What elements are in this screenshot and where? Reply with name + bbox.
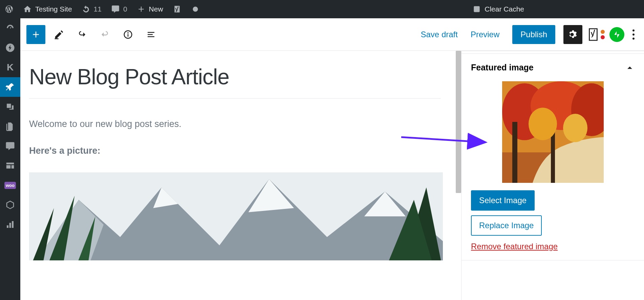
bars-icon <box>5 219 15 230</box>
select-image-button[interactable]: Select Image <box>471 190 535 211</box>
cache-icon <box>472 5 481 14</box>
nav-pages[interactable] <box>0 116 20 136</box>
redo-icon <box>100 29 110 40</box>
info-button[interactable] <box>119 25 137 44</box>
svg-rect-23 <box>512 122 517 183</box>
comments-icon <box>5 141 15 151</box>
featured-image-toggle[interactable]: Featured image <box>471 63 635 72</box>
preview-button[interactable]: Preview <box>471 30 499 39</box>
updates[interactable]: 11 <box>77 0 106 18</box>
mountain-illustration <box>29 172 443 260</box>
site-link[interactable]: Testing Site <box>18 0 77 18</box>
nav-products[interactable] <box>0 195 20 215</box>
yoast-y-icon <box>587 28 599 41</box>
post-picture-caption[interactable]: Here's a picture: <box>29 146 454 156</box>
form-icon <box>5 160 15 171</box>
redo-button[interactable] <box>95 25 114 44</box>
new-content[interactable]: New <box>132 0 168 18</box>
plus-icon <box>137 5 146 14</box>
canvas-scrollbar[interactable] <box>456 51 461 300</box>
yoast-dot-orange <box>601 30 605 34</box>
box-icon <box>5 200 15 210</box>
yoast-adminbar[interactable] <box>168 0 186 18</box>
settings-sidebar: Featured image Select Image Replace Imag… <box>461 51 644 300</box>
circle-icon <box>191 5 200 14</box>
comments-count: 0 <box>123 5 127 13</box>
refresh-icon <box>82 5 90 14</box>
nav-amp[interactable] <box>0 38 20 58</box>
svg-point-5 <box>127 32 129 34</box>
comment-icon <box>111 5 120 14</box>
featured-image-panel: Featured image Select Image Replace Imag… <box>461 54 644 260</box>
more-menu[interactable] <box>629 29 638 40</box>
editor-canvas[interactable]: New Blog Post Article Welcome to our new… <box>20 51 461 300</box>
pages-icon <box>5 121 15 131</box>
publish-button[interactable]: Publish <box>512 25 555 44</box>
wordpress-icon <box>5 5 14 14</box>
add-block-button[interactable] <box>26 25 45 44</box>
nav-dashboard[interactable] <box>0 18 20 38</box>
home-icon <box>23 5 32 14</box>
media-icon <box>5 102 15 112</box>
editor-header: Save draft Preview Publish <box>20 18 644 51</box>
nav-forms[interactable] <box>0 156 20 175</box>
featured-image-thumbnail[interactable] <box>502 81 604 183</box>
yoast-icon <box>173 5 181 14</box>
amp-icon <box>5 43 15 53</box>
nav-media[interactable] <box>0 97 20 116</box>
gear-icon <box>568 29 578 40</box>
svg-point-0 <box>193 6 198 12</box>
pencil-icon <box>54 29 64 40</box>
plus-icon <box>31 29 41 40</box>
nav-kinsta[interactable]: K <box>0 58 20 77</box>
nav-comments[interactable] <box>0 136 20 156</box>
nav-analytics[interactable] <box>0 215 20 234</box>
yoast-button[interactable] <box>587 28 605 41</box>
edit-mode-button[interactable] <box>49 25 68 44</box>
undo-icon <box>77 29 87 40</box>
outline-button[interactable] <box>142 25 160 44</box>
svg-rect-6 <box>128 34 129 37</box>
admin-sidebar: K woo <box>0 18 20 300</box>
post-image[interactable] <box>29 172 443 260</box>
svg-point-26 <box>563 114 587 142</box>
updates-count: 11 <box>94 5 102 13</box>
post-title[interactable]: New Blog Post Article <box>29 64 441 99</box>
pin-icon <box>5 82 15 92</box>
save-draft-button[interactable]: Save draft <box>421 30 458 39</box>
clear-cache-label: Clear Cache <box>485 5 524 13</box>
woo-icon: woo <box>4 182 16 189</box>
new-label: New <box>149 5 163 13</box>
status-dot[interactable] <box>186 0 205 18</box>
nav-woocommerce[interactable]: woo <box>0 175 20 195</box>
svg-rect-3 <box>55 38 59 39</box>
dashboard-icon <box>5 23 15 33</box>
outline-icon <box>146 29 156 40</box>
svg-point-25 <box>529 108 557 140</box>
nav-posts[interactable] <box>0 77 20 97</box>
jetpack-button[interactable] <box>609 27 624 42</box>
comments[interactable]: 0 <box>106 0 132 18</box>
remove-featured-image-link[interactable]: Remove featured image <box>471 242 558 251</box>
chevron-up-icon <box>625 63 635 72</box>
wp-logo[interactable] <box>0 0 18 18</box>
yoast-dot-red <box>601 35 605 39</box>
undo-button[interactable] <box>72 25 91 44</box>
settings-button[interactable] <box>563 25 582 44</box>
svg-rect-1 <box>474 6 480 12</box>
replace-image-button[interactable]: Replace Image <box>471 215 542 236</box>
wp-admin-bar: Testing Site 11 0 New Clear Cache <box>0 0 644 18</box>
k-letter-icon: K <box>7 62 14 73</box>
featured-image-heading: Featured image <box>471 63 534 72</box>
jetpack-icon <box>613 30 621 39</box>
post-intro[interactable]: Welcome to our new blog post series. <box>29 119 454 129</box>
info-icon <box>123 29 133 40</box>
clear-cache[interactable]: Clear Cache <box>468 0 529 18</box>
scrollbar-thumb[interactable] <box>456 51 461 193</box>
site-name: Testing Site <box>35 5 72 13</box>
